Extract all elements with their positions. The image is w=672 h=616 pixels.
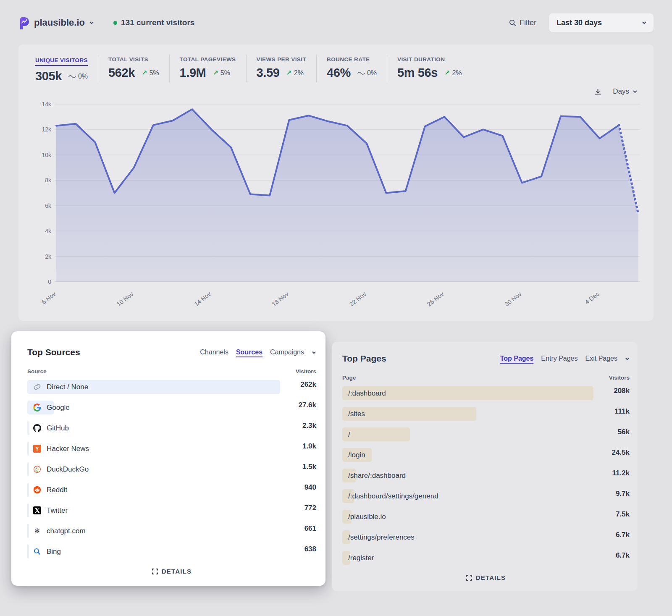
tab-campaigns[interactable]: Campaigns: [270, 349, 304, 356]
metric-unique-visitors[interactable]: UNIQUE VISITORS305k0%: [33, 55, 98, 86]
row-label: /:dashboard: [348, 389, 386, 398]
row-link[interactable]: /register: [342, 551, 593, 565]
svg-text:10 Nov: 10 Nov: [116, 290, 135, 307]
list-item[interactable]: /login24.5k: [342, 448, 630, 462]
tab-exit-pages[interactable]: Exit Pages: [585, 355, 617, 362]
row-link[interactable]: Reddit: [27, 483, 280, 497]
metric-views-per-visit[interactable]: VIEWS PER VISIT3.59↗2%: [246, 55, 317, 82]
download-icon[interactable]: [594, 88, 602, 96]
row-label: DuckDuckGo: [47, 465, 89, 474]
row-link[interactable]: /:dashboard: [342, 386, 593, 400]
row-value: 9.7k: [593, 490, 630, 498]
list-item[interactable]: /:dashboard208k: [342, 386, 630, 400]
svg-text:2k: 2k: [45, 253, 52, 260]
chevron-down-icon[interactable]: [625, 356, 630, 361]
svg-text:26 Nov: 26 Nov: [426, 290, 446, 307]
tab-channels[interactable]: Channels: [200, 349, 228, 356]
svg-text:✻: ✻: [34, 527, 40, 535]
expand-icon: [152, 569, 158, 574]
list-item[interactable]: Reddit940: [27, 483, 316, 497]
metric-total-visits[interactable]: TOTAL VISITS562k↗5%: [98, 55, 169, 82]
chevron-down-icon: [642, 20, 647, 25]
row-link[interactable]: YHacker News: [27, 442, 280, 456]
row-value: 56k: [593, 428, 630, 436]
list-item[interactable]: Bing638: [27, 545, 316, 558]
reddit-icon: [33, 486, 41, 494]
row-label: Bing: [47, 548, 61, 556]
metric-bounce-rate[interactable]: BOUNCE RATE46%0%: [316, 55, 387, 82]
list-item[interactable]: /share/:dashboard11.2k: [342, 469, 630, 482]
tab-top-pages[interactable]: Top Pages: [500, 355, 534, 362]
row-link[interactable]: /share/:dashboard: [342, 469, 593, 482]
list-item[interactable]: Direct / None262k: [27, 380, 316, 394]
tab-sources[interactable]: Sources: [236, 349, 262, 356]
row-label: /share/:dashboard: [348, 472, 406, 480]
site-switcher[interactable]: plausible.io: [18, 16, 94, 29]
row-link[interactable]: GitHub: [27, 421, 280, 435]
row-label: /:dashboard/settings/general: [348, 492, 438, 501]
pages-tabs: Top PagesEntry PagesExit Pages: [500, 355, 630, 362]
filter-button[interactable]: Filter: [509, 18, 536, 27]
svg-text:14k: 14k: [42, 101, 52, 107]
stats-bar: UNIQUE VISITORS305k0%TOTAL VISITS562k↗5%…: [33, 55, 639, 86]
pages-details-button[interactable]: DETAILS: [342, 574, 630, 581]
metric-value: 5m 56s: [397, 66, 438, 80]
row-label: Hacker News: [47, 445, 89, 453]
metric-label: VIEWS PER VISIT: [257, 56, 307, 63]
svg-text:8k: 8k: [45, 177, 52, 183]
list-item[interactable]: YHacker News1.9k: [27, 442, 316, 456]
svg-text:30 Nov: 30 Nov: [504, 290, 523, 307]
row-label: /: [348, 430, 350, 439]
list-item[interactable]: /sites111k: [342, 407, 630, 421]
row-link[interactable]: /: [342, 427, 593, 441]
row-link[interactable]: DuckDuckGo: [27, 462, 280, 476]
metric-change: ↗2%: [286, 69, 304, 77]
row-link[interactable]: Google: [27, 401, 280, 414]
row-label: /plausible.io: [348, 513, 386, 521]
metric-label: VISIT DURATION: [397, 56, 462, 63]
metric-total-pageviews[interactable]: TOTAL PAGEVIEWS1.9M↗5%: [169, 55, 246, 82]
list-item[interactable]: Google27.6k: [27, 401, 316, 414]
date-range-dropdown[interactable]: Last 30 days: [549, 13, 654, 32]
row-label: /login: [348, 451, 365, 459]
row-link[interactable]: Twitter: [27, 503, 280, 517]
metric-value: 305k: [35, 69, 62, 83]
list-item[interactable]: /plausible.io7.5k: [342, 510, 630, 524]
row-link[interactable]: Bing: [27, 545, 280, 558]
row-link[interactable]: /sites: [342, 407, 593, 421]
list-item[interactable]: Twitter772: [27, 503, 316, 517]
list-item[interactable]: /56k: [342, 427, 630, 441]
metric-visit-duration[interactable]: VISIT DURATION5m 56s↗2%: [387, 55, 472, 82]
top-pages-title: Top Pages: [342, 354, 386, 364]
list-item[interactable]: ✻chatgpt.com661: [27, 524, 316, 538]
chart-controls: Days: [33, 87, 638, 96]
row-link[interactable]: /:dashboard/settings/general: [342, 489, 593, 503]
tab-entry-pages[interactable]: Entry Pages: [541, 355, 578, 362]
list-item[interactable]: /settings/preferences6.7k: [342, 530, 630, 544]
list-item[interactable]: /:dashboard/settings/general9.7k: [342, 489, 630, 503]
row-link[interactable]: /plausible.io: [342, 510, 593, 524]
sources-tabs: ChannelsSourcesCampaigns: [200, 349, 316, 356]
list-item[interactable]: /register6.7k: [342, 551, 630, 565]
bing-icon: [33, 548, 41, 556]
row-link[interactable]: /settings/preferences: [342, 530, 593, 544]
hackernews-icon: Y: [33, 445, 41, 453]
row-value: 27.6k: [280, 401, 316, 409]
row-label: Google: [47, 404, 70, 412]
svg-text:0: 0: [48, 278, 51, 285]
row-link[interactable]: ✻chatgpt.com: [27, 524, 280, 538]
metric-value: 3.59: [257, 66, 280, 80]
svg-text:4k: 4k: [45, 228, 52, 234]
interval-dropdown[interactable]: Days: [613, 87, 638, 96]
row-link[interactable]: /login: [342, 448, 593, 462]
chevron-down-icon[interactable]: [312, 350, 316, 355]
list-item[interactable]: GitHub2.3k: [27, 421, 316, 435]
row-link[interactable]: Direct / None: [27, 380, 280, 394]
row-label: GitHub: [47, 424, 69, 433]
row-label: /settings/preferences: [348, 533, 415, 542]
list-item[interactable]: DuckDuckGo1.5k: [27, 462, 316, 476]
current-visitors[interactable]: 131 current visitors: [113, 18, 194, 27]
svg-text:22 Nov: 22 Nov: [348, 290, 368, 307]
sources-details-button[interactable]: DETAILS: [27, 568, 316, 575]
visitors-chart[interactable]: 02k4k6k8k10k12k14k6 Nov10 Nov14 Nov18 No…: [33, 97, 640, 313]
